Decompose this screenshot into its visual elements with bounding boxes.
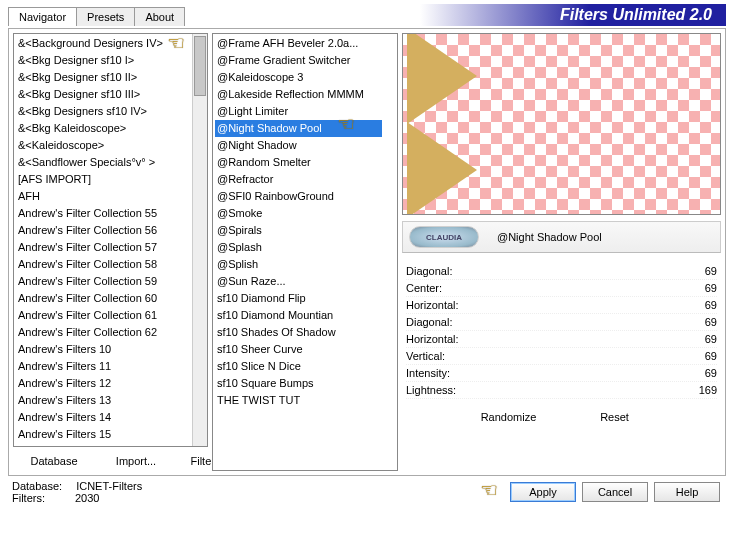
filter-item[interactable]: @Random Smelter (215, 154, 382, 171)
param-row[interactable]: Vertical:69 (406, 348, 717, 365)
param-row[interactable]: Lightness:169 (406, 382, 717, 399)
param-value: 69 (705, 367, 717, 379)
category-item[interactable]: Andrew's Filter Collection 57 (16, 239, 192, 256)
filter-item[interactable]: @Sun Raze... (215, 273, 382, 290)
filter-listbox[interactable]: @Frame AFH Beveler 2.0a...@Frame Gradien… (212, 33, 398, 471)
cancel-button[interactable]: Cancel (582, 482, 648, 502)
category-item[interactable]: &<Background Designers IV> (16, 35, 192, 52)
filter-item[interactable]: sf10 Shades Of Shadow (215, 324, 382, 341)
status-db-value: ICNET-Filters (76, 480, 142, 492)
filter-item[interactable]: @SFI0 RainbowGround (215, 188, 382, 205)
filter-item[interactable]: @Refractor (215, 171, 382, 188)
pointer-icon (480, 478, 498, 502)
category-item[interactable]: Andrew's Filter Collection 62 (16, 324, 192, 341)
category-item[interactable]: AFH (16, 188, 192, 205)
category-item[interactable]: Andrew's Filter Collection 55 (16, 205, 192, 222)
filter-item[interactable]: sf10 Diamond Mountian (215, 307, 382, 324)
category-item[interactable]: &<Bkg Designer sf10 II> (16, 69, 192, 86)
param-label: Diagonal: (406, 316, 452, 328)
status-filters-label: Filters: (12, 492, 45, 504)
category-item[interactable]: &<Bkg Designers sf10 IV> (16, 103, 192, 120)
tab-about[interactable]: About (134, 7, 185, 26)
category-item[interactable]: &<Sandflower Specials°v° > (16, 154, 192, 171)
param-value: 69 (705, 333, 717, 345)
status-db-label: Database: (12, 480, 62, 492)
category-listbox[interactable]: &<Background Designers IV>&<Bkg Designer… (13, 33, 208, 447)
param-label: Lightness: (406, 384, 456, 396)
param-value: 69 (705, 265, 717, 277)
param-row[interactable]: Horizontal:69 (406, 331, 717, 348)
category-item[interactable]: Andrew's Filters 15 (16, 426, 192, 443)
param-label: Center: (406, 282, 442, 294)
category-scrollbar[interactable] (192, 34, 207, 446)
category-item[interactable]: Andrew's Filters 14 (16, 409, 192, 426)
param-label: Vertical: (406, 350, 445, 362)
triangle-shape (407, 33, 477, 124)
filter-item[interactable]: sf10 Slice N Dice (215, 358, 382, 375)
category-item[interactable]: Andrew's Filter Collection 56 (16, 222, 192, 239)
param-row[interactable]: Diagonal:69 (406, 314, 717, 331)
param-label: Intensity: (406, 367, 450, 379)
category-item[interactable]: Andrew's Filters 10 (16, 341, 192, 358)
filter-item[interactable]: sf10 Sheer Curve (215, 341, 382, 358)
filter-item[interactable]: @Smoke (215, 205, 382, 222)
category-item[interactable]: &<Kaleidoscope> (16, 137, 192, 154)
param-row[interactable]: Diagonal:69 (406, 263, 717, 280)
status-filters-value: 2030 (75, 492, 99, 504)
filter-item[interactable]: @Frame Gradient Switcher (215, 52, 382, 69)
category-item[interactable]: Andrew's Filters 11 (16, 358, 192, 375)
category-item[interactable]: &<Bkg Kaleidoscope> (16, 120, 192, 137)
param-value: 69 (705, 316, 717, 328)
reset-button[interactable]: Reset (576, 409, 654, 425)
filter-item[interactable]: @Spirals (215, 222, 382, 239)
filter-item[interactable]: sf10 Square Bumps (215, 375, 382, 392)
current-filter-name: @Night Shadow Pool (497, 231, 602, 243)
param-row[interactable]: Horizontal:69 (406, 297, 717, 314)
filter-item[interactable]: @Night Shadow (215, 137, 382, 154)
category-item[interactable]: [AFS IMPORT] (16, 171, 192, 188)
filter-item[interactable]: @Light Limiter (215, 103, 382, 120)
category-item[interactable]: Andrew's Filter Collection 58 (16, 256, 192, 273)
category-item[interactable]: Andrew's Filters 12 (16, 375, 192, 392)
param-row[interactable]: Intensity:69 (406, 365, 717, 382)
category-item[interactable]: Andrew's Filter Collection 61 (16, 307, 192, 324)
category-item[interactable]: &<Bkg Designer sf10 III> (16, 86, 192, 103)
param-label: Horizontal: (406, 333, 459, 345)
randomize-button[interactable]: Randomize (470, 409, 548, 425)
filter-item[interactable]: @Frame AFH Beveler 2.0a... (215, 35, 382, 52)
param-label: Diagonal: (406, 265, 452, 277)
param-value: 69 (705, 350, 717, 362)
param-label: Horizontal: (406, 299, 459, 311)
triangle-shape (407, 122, 477, 215)
filter-item[interactable]: @Splash (215, 239, 382, 256)
category-item[interactable]: &<Bkg Designer sf10 I> (16, 52, 192, 69)
preview-area (402, 33, 721, 215)
param-row[interactable]: Center:69 (406, 280, 717, 297)
database-button[interactable]: Database (15, 453, 93, 469)
filter-item[interactable]: THE TWIST TUT (215, 392, 382, 409)
category-item[interactable]: Andrew's Filter Collection 60 (16, 290, 192, 307)
logo-badge: CLAUDIA (409, 226, 479, 248)
filter-header: CLAUDIA @Night Shadow Pool (402, 221, 721, 253)
filter-item[interactable]: @Kaleidoscope 3 (215, 69, 382, 86)
param-value: 169 (699, 384, 717, 396)
param-value: 69 (705, 299, 717, 311)
param-value: 69 (705, 282, 717, 294)
import-button[interactable]: Import... (97, 453, 175, 469)
category-item[interactable]: Andrew's Filter Collection 59 (16, 273, 192, 290)
app-title: Filters Unlimited 2.0 (386, 4, 726, 26)
filter-item[interactable]: @Lakeside Reflection MMMM (215, 86, 382, 103)
tab-navigator[interactable]: Navigator (8, 7, 77, 26)
filter-item[interactable]: sf10 Diamond Flip (215, 290, 382, 307)
apply-button[interactable]: Apply (510, 482, 576, 502)
help-button[interactable]: Help (654, 482, 720, 502)
category-item[interactable]: Andrew's Filters 16 (16, 443, 192, 447)
category-item[interactable]: Andrew's Filters 13 (16, 392, 192, 409)
tab-presets[interactable]: Presets (76, 7, 135, 26)
filter-item[interactable]: @Splish (215, 256, 382, 273)
filter-item[interactable]: @Night Shadow Pool (215, 120, 382, 137)
